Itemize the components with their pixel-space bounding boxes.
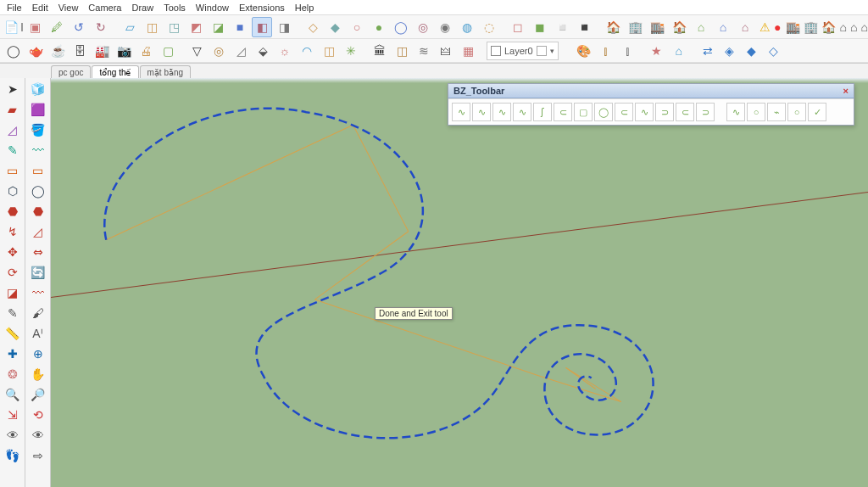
info-icon[interactable]: ● (773, 17, 782, 37)
toolbar1-btn-31[interactable]: 🏬 (647, 17, 667, 37)
toolbar1-btn-34[interactable]: ⌂ (713, 17, 733, 37)
toolbar2-btn-14[interactable]: ◠ (297, 41, 317, 61)
lefttool1-4[interactable]: ▭ (3, 161, 22, 180)
lefttool2-0[interactable]: 🧊 (29, 80, 47, 98)
bz-btn-2[interactable]: ∿ (492, 103, 511, 121)
bz-btn-8[interactable]: ⊂ (615, 103, 633, 121)
toolbar2-btn-1[interactable]: 🫖 (25, 41, 46, 61)
toolbar1-btn-33[interactable]: ⌂ (691, 17, 711, 37)
lefttool1-9[interactable]: ⟳ (3, 263, 22, 282)
bz-btn-18[interactable]: ✓ (808, 103, 826, 121)
toolbar1-btn-1[interactable]: 🖉 (47, 17, 67, 37)
scene-tab-pcgoc[interactable]: pc goc (51, 65, 91, 79)
toolbar2-btn-18[interactable]: 🏛 (370, 41, 390, 61)
bz-btn-5[interactable]: ⊂ (554, 103, 572, 121)
lefttool2-2[interactable]: 🪣 (29, 120, 47, 139)
toolbar2-btn-32[interactable]: ⌂ (669, 41, 689, 61)
style-gradient[interactable] (21, 23, 23, 31)
bz-btn-16[interactable]: ⌁ (767, 103, 786, 121)
toolbar1-btn-30[interactable]: 🏢 (625, 17, 645, 37)
menu-extensions[interactable]: Extensions (236, 2, 288, 14)
menu-help[interactable]: Help (292, 2, 318, 14)
menu-view[interactable]: View (55, 2, 82, 14)
toolbar1-btn-17[interactable]: ● (369, 17, 389, 37)
toolbar1-btn-21[interactable]: ◍ (457, 17, 477, 37)
toolbar1-btn-6[interactable]: ◫ (142, 17, 162, 37)
toolbar1-btn-11[interactable]: ◧ (252, 17, 272, 37)
lefttool1-7[interactable]: ↯ (3, 222, 22, 241)
lefttool2-3[interactable]: 〰 (29, 141, 47, 160)
close-icon[interactable]: × (843, 86, 849, 96)
scene-tab-matbang[interactable]: mặt bằng (140, 65, 192, 79)
bz-btn-11[interactable]: ⊂ (676, 103, 694, 121)
lefttool1-14[interactable]: ❂ (3, 365, 22, 383)
lefttool2-9[interactable]: 🔄 (29, 263, 47, 282)
home4-icon[interactable]: ⌂ (860, 17, 868, 37)
toolbar1-btn-8[interactable]: ◩ (186, 17, 206, 37)
toolbar1-btn-27[interactable]: ◾ (574, 17, 594, 37)
lefttool1-16[interactable]: ⇲ (3, 406, 22, 424)
toolbar1-btn-29[interactable]: 🏠 (603, 17, 623, 37)
lefttool1-11[interactable]: ✎ (3, 304, 22, 322)
home-icon[interactable]: 🏠 (821, 17, 837, 37)
toolbar2-btn-29[interactable]: ⫿ (618, 41, 638, 61)
bz-btn-10[interactable]: ⊃ (655, 103, 674, 121)
lefttool1-18[interactable]: 👣 (3, 446, 22, 465)
toolbar2-btn-7[interactable]: ▢ (158, 41, 178, 61)
toolbar1-btn-15[interactable]: ◆ (325, 17, 345, 37)
bz-toolbar-titlebar[interactable]: BZ_Toolbar × (448, 84, 854, 98)
bz-btn-6[interactable]: ▢ (574, 103, 593, 121)
toolbar2-btn-19[interactable]: ◫ (392, 41, 412, 61)
lefttool1-17[interactable]: 👁 (3, 426, 22, 445)
toolbar1-btn-12[interactable]: ◨ (274, 17, 294, 37)
toolbar1-btn-32[interactable]: 🏠 (669, 17, 689, 37)
toolbar1-btn-26[interactable]: ◽ (552, 17, 572, 37)
toolbar2-btn-6[interactable]: 🖨 (136, 41, 156, 61)
toolbar2-btn-4[interactable]: 🏭 (92, 41, 112, 61)
layer-visible-checkbox[interactable] (491, 46, 501, 56)
bz-btn-1[interactable]: ∿ (472, 103, 491, 121)
lefttool1-6[interactable]: ⬣ (3, 202, 22, 221)
lefttool2-4[interactable]: ▭ (29, 161, 47, 180)
toolbar2-btn-37[interactable]: ◇ (764, 41, 784, 61)
bz-btn-14[interactable]: ∿ (726, 103, 745, 121)
toolbar2-btn-15[interactable]: ◫ (319, 41, 339, 61)
toolbar1-btn-14[interactable]: ◇ (303, 17, 323, 37)
new-model-icon[interactable]: 📄 (3, 17, 19, 37)
toolbar2-btn-21[interactable]: 🜲 (436, 41, 456, 61)
menu-draw[interactable]: Draw (128, 2, 157, 14)
toolbar2-btn-13[interactable]: ☼ (275, 41, 295, 61)
toolbar1-btn-10[interactable]: ■ (230, 17, 250, 37)
toolbar1-btn-25[interactable]: ◼ (530, 17, 550, 37)
home3-icon[interactable]: ⌂ (849, 17, 858, 37)
toolbar2-btn-35[interactable]: ◈ (720, 41, 740, 61)
warehouse-icon[interactable]: 🏬 (785, 17, 801, 37)
lefttool2-6[interactable]: ⬣ (29, 202, 47, 221)
menu-edit[interactable]: Edit (29, 2, 52, 14)
menu-window[interactable]: Window (192, 2, 232, 14)
toolbar1-btn-35[interactable]: ⌂ (735, 17, 755, 37)
scene-tab-tongthe[interactable]: tổng thế (92, 65, 138, 79)
bz-btn-9[interactable]: ∿ (635, 103, 654, 121)
lefttool2-5[interactable]: ◯ (29, 182, 47, 200)
lefttool1-3[interactable]: ✎ (3, 141, 22, 160)
toolbar2-btn-12[interactable]: ⬙ (253, 41, 273, 61)
toolbar2-btn-11[interactable]: ◿ (231, 41, 251, 61)
warning-icon[interactable]: ⚠ (759, 17, 771, 37)
lefttool2-13[interactable]: ⊕ (29, 344, 47, 363)
lefttool2-16[interactable]: ⟲ (29, 406, 47, 424)
toolbar1-btn-0[interactable]: ▣ (25, 17, 45, 37)
lefttool2-8[interactable]: ⇔ (29, 243, 47, 261)
toolbar2-btn-16[interactable]: ✳ (341, 41, 361, 61)
menu-camera[interactable]: Camera (85, 2, 125, 14)
lefttool1-15[interactable]: 🔍 (3, 385, 22, 404)
bz-btn-0[interactable]: ∿ (452, 103, 470, 121)
bz-toolbar-panel[interactable]: BZ_Toolbar × ∿∿∿∿ʃ⊂▢◯⊂∿⊃⊂⊃∿○⌁○✓ (448, 83, 854, 126)
viewport[interactable]: Done and Exit tool BZ_Toolbar × ∿∿∿∿ʃ⊂▢◯… (51, 78, 868, 487)
toolbar2-btn-5[interactable]: 📷 (114, 41, 134, 61)
toolbar1-btn-19[interactable]: ◎ (413, 17, 433, 37)
toolbar2-btn-0[interactable]: ◯ (3, 41, 24, 61)
lefttool2-15[interactable]: 🔎 (29, 385, 47, 404)
toolbar1-btn-16[interactable]: ○ (347, 17, 367, 37)
home2-icon[interactable]: ⌂ (838, 17, 847, 37)
